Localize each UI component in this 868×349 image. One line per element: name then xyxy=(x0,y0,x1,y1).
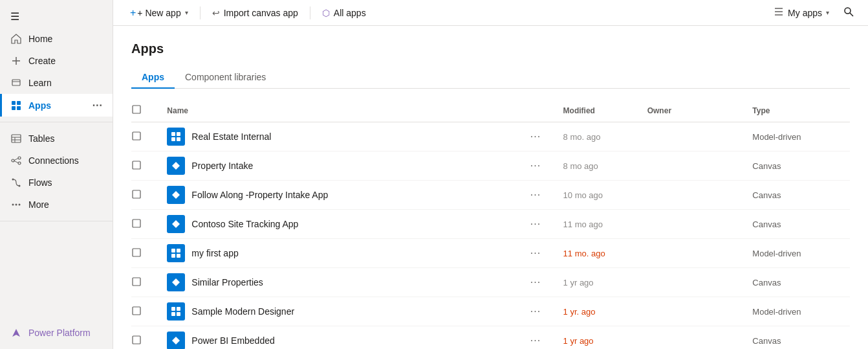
sidebar-item-power-platform-label: Power Platform xyxy=(28,328,91,338)
sidebar-item-learn-label: Learn xyxy=(28,78,52,88)
table-header-row: Name Modified Owner Type xyxy=(131,99,850,122)
type-value: Canvas xyxy=(752,336,781,346)
row-more-button[interactable]: ··· xyxy=(526,333,545,347)
row-checkbox[interactable] xyxy=(131,249,142,260)
modified-value: 11 mo. ago xyxy=(563,249,605,258)
row-more-button[interactable]: ··· xyxy=(526,246,545,260)
app-name: Property Intake xyxy=(191,161,253,171)
modified-value: 10 mo ago xyxy=(563,190,603,200)
row-more-button[interactable]: ··· xyxy=(526,188,545,201)
sidebar-divider-2 xyxy=(0,221,113,221)
app-icon xyxy=(167,244,185,262)
sidebar-item-flows-label: Flows xyxy=(28,177,52,188)
table-row[interactable]: Real Estate Internal ··· 8 mo. ago Model… xyxy=(131,122,850,152)
my-apps-button[interactable]: My apps ▾ xyxy=(768,5,834,21)
svg-rect-39 xyxy=(133,249,140,256)
app-icon xyxy=(167,186,185,204)
row-checkbox[interactable] xyxy=(131,162,142,172)
sidebar: ☰ Home Create Learn Apps ⋯ Tables xyxy=(0,0,113,349)
apps-more-dots[interactable]: ⋯ xyxy=(92,99,102,111)
all-apps-button[interactable]: ⬡ All apps xyxy=(316,4,373,22)
sidebar-item-more-label: More xyxy=(28,199,49,210)
tab-apps[interactable]: Apps xyxy=(131,67,175,89)
sidebar-item-tables[interactable]: Tables xyxy=(0,128,113,150)
type-value: Model-driven xyxy=(752,307,801,317)
row-checkbox[interactable] xyxy=(131,278,142,289)
sidebar-item-tables-label: Tables xyxy=(28,133,54,144)
sidebar-item-power-platform[interactable]: Power Platform xyxy=(0,322,113,344)
hamburger-button[interactable]: ☰ xyxy=(0,5,113,28)
svg-rect-51 xyxy=(133,336,140,344)
sidebar-item-home-label: Home xyxy=(28,34,52,44)
search-button[interactable] xyxy=(840,3,858,23)
sidebar-item-connections[interactable]: Connections xyxy=(0,150,113,172)
my-apps-list-icon xyxy=(774,7,784,18)
col-header-type[interactable]: Type xyxy=(744,99,850,122)
svg-rect-28 xyxy=(133,132,140,140)
apps-table: Name Modified Owner Type xyxy=(131,99,850,349)
row-more-button[interactable]: ··· xyxy=(526,129,545,143)
flows-icon xyxy=(10,177,22,188)
svg-marker-52 xyxy=(172,337,180,344)
table-row[interactable]: Property Intake ··· 8 mo ago Canvas xyxy=(131,152,850,181)
svg-rect-27 xyxy=(133,106,140,113)
my-apps-label: My apps xyxy=(788,8,822,18)
sidebar-item-more[interactable]: More xyxy=(0,194,113,216)
col-header-owner[interactable]: Owner xyxy=(640,99,745,122)
tab-component-libraries[interactable]: Component libraries xyxy=(175,67,276,89)
content-area: Apps Apps Component libraries Name xyxy=(113,26,868,349)
table-row[interactable]: my first app ··· 11 mo. ago Model-driven xyxy=(131,239,850,268)
sidebar-item-home[interactable]: Home xyxy=(0,28,113,50)
svg-point-14 xyxy=(18,162,21,164)
svg-rect-42 xyxy=(171,254,175,258)
more-icon xyxy=(10,199,22,210)
new-app-button[interactable]: + + New app ▾ xyxy=(124,3,195,23)
svg-point-20 xyxy=(16,204,17,206)
learn-icon xyxy=(10,77,22,89)
sidebar-item-flows[interactable]: Flows xyxy=(0,172,113,194)
table-row[interactable]: Follow Along -Property Intake App ··· 10… xyxy=(131,181,850,210)
import-canvas-icon: ↩ xyxy=(212,8,220,18)
app-name: Similar Properties xyxy=(191,277,263,287)
sidebar-item-create-label: Create xyxy=(28,56,56,66)
row-checkbox[interactable] xyxy=(131,220,142,231)
svg-point-19 xyxy=(12,204,14,206)
col-header-modified[interactable]: Modified xyxy=(556,99,640,122)
table-select-all-icon[interactable] xyxy=(131,107,142,117)
app-icon xyxy=(167,157,185,175)
table-row[interactable]: Contoso Site Tracking App ··· 11 mo ago … xyxy=(131,210,850,239)
table-row[interactable]: Sample Modern Designer ··· 1 yr. ago Mod… xyxy=(131,297,850,326)
type-header-label: Type xyxy=(752,106,770,115)
row-checkbox[interactable] xyxy=(131,308,142,318)
import-canvas-button[interactable]: ↩ Import canvas app xyxy=(206,4,305,22)
table-row[interactable]: Similar Properties ··· 1 yr ago Canvas xyxy=(131,268,850,297)
svg-marker-45 xyxy=(172,278,180,286)
svg-rect-30 xyxy=(177,132,180,136)
row-checkbox[interactable] xyxy=(131,337,142,347)
sidebar-item-apps[interactable]: Apps ⋯ xyxy=(0,94,113,117)
table-body: Real Estate Internal ··· 8 mo. ago Model… xyxy=(131,122,850,350)
app-icon xyxy=(167,302,185,321)
row-more-button[interactable]: ··· xyxy=(526,217,545,231)
row-checkbox[interactable] xyxy=(131,133,142,143)
svg-point-18 xyxy=(19,185,21,187)
svg-point-17 xyxy=(12,179,14,181)
svg-rect-43 xyxy=(177,254,180,258)
svg-rect-32 xyxy=(177,137,180,141)
tables-icon xyxy=(10,133,22,144)
row-more-button[interactable]: ··· xyxy=(526,304,545,318)
table-row[interactable]: Power BI Embedded ··· 1 yr ago Canvas xyxy=(131,326,850,350)
row-more-button[interactable]: ··· xyxy=(526,275,545,289)
sidebar-divider-1 xyxy=(0,122,113,122)
sidebar-item-create[interactable]: Create xyxy=(0,50,113,72)
modified-header-label: Modified xyxy=(563,106,595,115)
modified-value: 11 mo ago xyxy=(563,220,603,229)
row-checkbox[interactable] xyxy=(131,191,142,201)
sidebar-item-learn[interactable]: Learn xyxy=(0,72,113,94)
col-header-name[interactable]: Name xyxy=(159,99,519,122)
app-icon xyxy=(167,332,185,349)
topbar-separator-2 xyxy=(310,6,310,19)
new-app-label: + New app xyxy=(137,8,180,18)
svg-rect-31 xyxy=(171,137,175,141)
row-more-button[interactable]: ··· xyxy=(526,159,545,172)
